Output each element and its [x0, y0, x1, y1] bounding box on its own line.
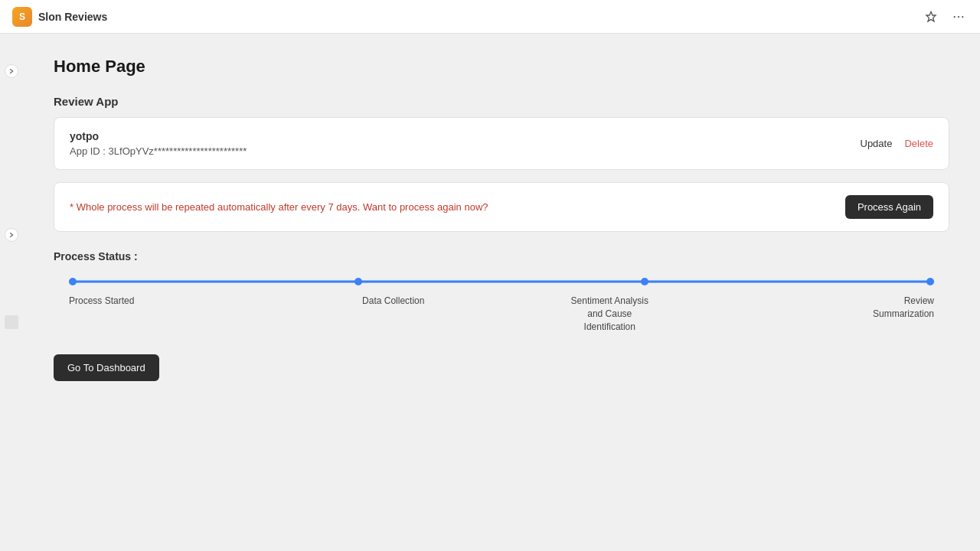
progress-dot-1: [69, 278, 77, 285]
sidebar-expand-arrow-2[interactable]: [5, 228, 18, 242]
review-app-name: yotpo: [70, 130, 247, 142]
progress-dot-3: [641, 278, 648, 285]
review-app-info: yotpo App ID : 3LfOpYVz*****************…: [70, 130, 247, 157]
review-app-actions: Update Delete: [861, 138, 934, 149]
svg-point-2: [962, 15, 963, 17]
progress-label-4: ReviewSummarization: [718, 295, 935, 333]
sidebar-widget: [5, 315, 18, 329]
main-layout: Home Page Review App yotpo App ID : 3LfO…: [0, 34, 980, 551]
go-to-dashboard-button[interactable]: Go To Dashboard: [54, 354, 159, 381]
page-title: Home Page: [54, 57, 949, 77]
review-app-card: yotpo App ID : 3LfOpYVz*****************…: [54, 117, 949, 170]
app-logo: S: [12, 7, 32, 27]
topbar-right: [922, 8, 968, 26]
svg-point-1: [958, 15, 959, 17]
progress-track: [69, 278, 934, 285]
progress-label-1: Process Started: [69, 295, 286, 333]
sidebar: [0, 34, 23, 551]
svg-point-0: [954, 15, 956, 17]
progress-dot-2: [354, 278, 362, 285]
pin-icon[interactable]: [922, 8, 940, 26]
update-button[interactable]: Update: [861, 138, 893, 149]
app-name: Slon Reviews: [38, 11, 107, 23]
process-status-section: Process Status : Process Started Data Co…: [54, 250, 949, 333]
more-options-icon[interactable]: [949, 8, 968, 26]
delete-button[interactable]: Delete: [904, 138, 933, 149]
sidebar-expand-arrow[interactable]: [5, 64, 18, 78]
progress-dot-4: [926, 278, 934, 285]
process-again-banner: * Whole process will be repeated automat…: [54, 182, 949, 232]
progress-label-3: Sentiment Analysisand CauseIdentificatio…: [501, 295, 718, 333]
topbar-left: S Slon Reviews: [12, 7, 107, 27]
content-area: Home Page Review App yotpo App ID : 3LfO…: [23, 34, 980, 551]
progress-label-2: Data Collection: [286, 295, 502, 333]
process-banner-text: * Whole process will be repeated automat…: [70, 201, 488, 213]
progress-track-container: Process Started Data Collection Sentimen…: [54, 278, 949, 333]
process-again-button[interactable]: Process Again: [845, 195, 933, 219]
review-app-section-title: Review App: [54, 95, 949, 108]
progress-labels: Process Started Data Collection Sentimen…: [69, 295, 934, 333]
process-status-title: Process Status :: [54, 250, 949, 262]
review-app-id: App ID : 3LfOpYVz***********************…: [70, 145, 247, 157]
topbar: S Slon Reviews: [0, 0, 980, 34]
progress-dots: [69, 278, 934, 285]
